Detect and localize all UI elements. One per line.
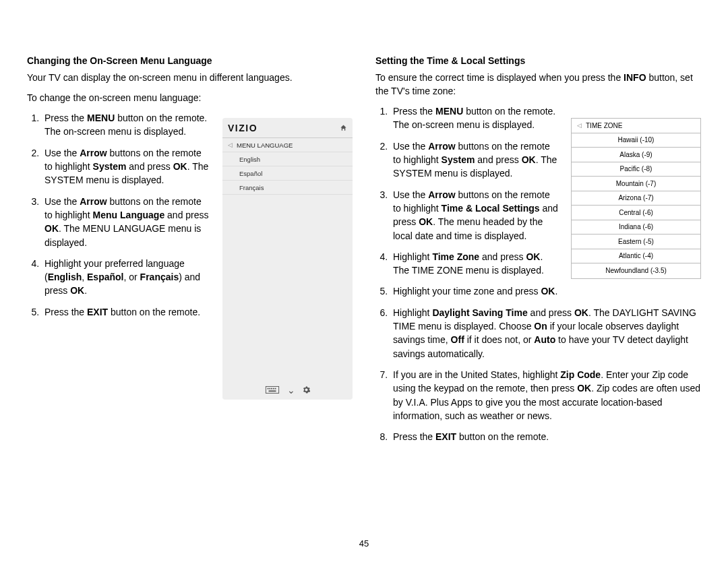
list-item: Highlight Daylight Saving Time and press… xyxy=(390,306,701,361)
list-item: Press the EXIT button on the remote. xyxy=(42,305,211,319)
left-steps: Press the MENU button on the remote. The… xyxy=(27,111,211,319)
right-intro-1: To ensure the correct time is displayed … xyxy=(375,71,701,98)
list-item: Press the MENU button on the remote. The… xyxy=(42,111,211,139)
time-zone-row: Newfoundland (-3.5) xyxy=(572,263,700,278)
list-item: Use the Arrow buttons on the remote to h… xyxy=(42,146,211,187)
svg-rect-3 xyxy=(271,388,272,389)
svg-rect-4 xyxy=(273,388,274,389)
time-zone-table: ◁ TIME ZONE Hawaii (-10) Alaska (-9) Pac… xyxy=(571,118,701,279)
time-zone-row: Alaska (-9) xyxy=(572,148,700,162)
time-zone-row: Indiana (-6) xyxy=(572,220,700,235)
menu-language-mock: VIZIO ◁ MENU LANGUAGE English Español Fr… xyxy=(222,118,353,400)
chevron-down-icon: ⌄ xyxy=(287,385,295,396)
svg-rect-5 xyxy=(275,388,276,389)
svg-rect-1 xyxy=(268,388,269,389)
time-zone-row: Mountain (-7) xyxy=(572,177,700,191)
left-heading: Changing the On-Screen Menu Language xyxy=(27,55,353,66)
menu-option: English xyxy=(222,152,353,166)
svg-rect-2 xyxy=(269,388,270,389)
menu-option: Español xyxy=(222,166,353,181)
list-item: Highlight your time zone and press OK. xyxy=(390,284,701,298)
vizio-logo: VIZIO xyxy=(228,123,257,133)
time-zone-row: Hawaii (-10) xyxy=(572,133,700,148)
page-number: 45 xyxy=(359,538,369,549)
list-item: If you are in the United States, highlig… xyxy=(390,368,701,423)
svg-rect-0 xyxy=(266,386,278,393)
time-zone-header: ◁ TIME ZONE xyxy=(572,119,700,133)
list-item: Use the Arrow buttons on the remote to h… xyxy=(42,195,211,249)
left-column: Changing the On-Screen Menu Language You… xyxy=(27,55,353,451)
menu-language-title: ◁ MENU LANGUAGE xyxy=(222,138,353,152)
list-item: Press the EXIT button on the remote. xyxy=(390,430,701,443)
right-heading: Setting the Time & Local Settings xyxy=(375,55,701,66)
menu-footer-icons: ⌄ xyxy=(222,385,353,396)
gear-icon xyxy=(303,386,310,395)
time-zone-row: Central (-6) xyxy=(572,206,700,220)
right-column: Setting the Time & Local Settings To ens… xyxy=(375,55,701,451)
back-triangle-icon: ◁ xyxy=(228,142,233,148)
list-item: Highlight your preferred language (Engli… xyxy=(42,257,211,298)
keyboard-icon xyxy=(265,386,280,395)
back-triangle-icon: ◁ xyxy=(577,122,582,129)
menu-option: Français xyxy=(222,181,353,195)
svg-rect-6 xyxy=(268,390,276,392)
time-zone-row: Arizona (-7) xyxy=(572,191,700,206)
home-icon xyxy=(340,124,347,131)
left-intro-2: To change the on-screen menu language: xyxy=(27,92,353,105)
left-intro-1: Your TV can display the on-screen menu i… xyxy=(27,71,353,85)
time-zone-row: Eastern (-5) xyxy=(572,235,700,249)
time-zone-row: Pacific (-8) xyxy=(572,162,700,177)
time-zone-row: Atlantic (-4) xyxy=(572,249,700,264)
